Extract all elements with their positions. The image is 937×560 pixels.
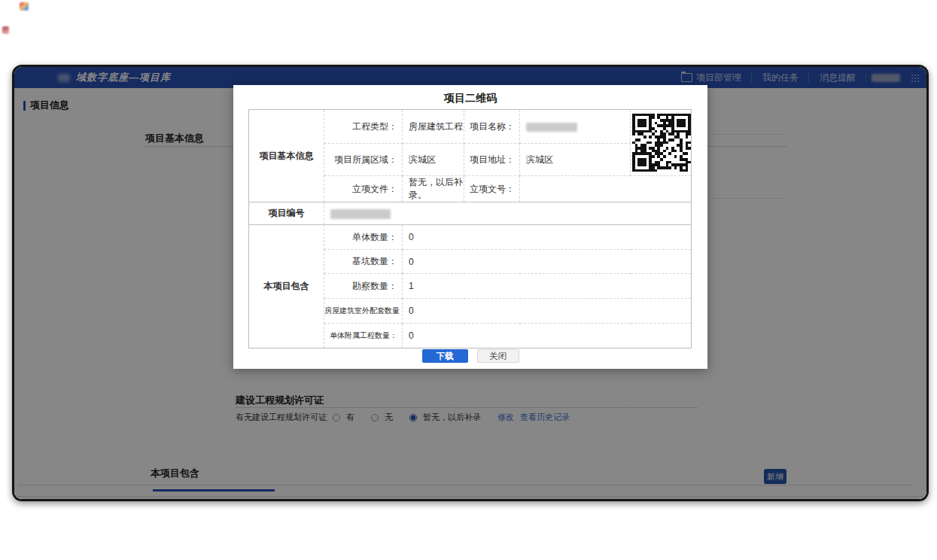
label-survey-count: 勘察数量： — [324, 274, 403, 299]
label-project-type: 工程类型： — [324, 110, 403, 144]
modal-title: 项目二维码 — [233, 85, 707, 105]
modal-footer: 下载 关闭 — [233, 349, 707, 363]
value-attached-works-count: 0 — [403, 324, 692, 348]
table-row: 本项目包含 单体数量： 0 — [249, 225, 692, 250]
view-review-comments-button[interactable]: 查看审核意见 — [378, 500, 423, 501]
value-project-address: 滨城区 — [520, 144, 631, 176]
label-attached-works-count: 单体附属工程数量： — [324, 324, 403, 348]
submit-review-button[interactable]: 修改完毕并提交审核 — [494, 500, 567, 501]
table-row: 项目基本信息 工程类型： 房屋建筑工程 项目名称： — [249, 110, 692, 144]
label-approval-doc-no: 立项文号： — [464, 176, 520, 202]
screen: 项目信息 项目基本信息 建设工程规划许可证 有无建设工程规划许可证 有 无 暂无… — [0, 0, 937, 560]
value-approval-doc: 暂无，以后补录。 — [403, 176, 464, 202]
row-header-contains: 本项目包含 — [249, 225, 324, 348]
close-page-button[interactable]: 关闭页面 — [571, 500, 609, 501]
save-draft-button[interactable]: 修改完毕并暂存 — [428, 500, 490, 501]
row-header-project-no: 项目编号 — [249, 202, 324, 225]
qr-code — [632, 114, 691, 172]
row-header-basic-info: 项目基本信息 — [249, 110, 324, 202]
label-project-region: 项目所属区域： — [324, 144, 403, 176]
screenshot-artifact-icon-2 — [2, 26, 9, 34]
screenshot-artifact-icon — [20, 2, 29, 11]
table-row: 项目编号 — [249, 202, 692, 225]
project-qr-modal: 项目二维码 项目基本信息 工程类型： 房屋建筑工程 项目名称： 项目所属区域： … — [233, 85, 707, 369]
value-project-no-redacted — [324, 202, 692, 225]
value-approval-doc-no — [520, 176, 692, 202]
value-project-region: 滨城区 — [403, 144, 464, 176]
label-project-address: 项目地址： — [464, 144, 520, 176]
label-approval-doc: 立项文件： — [324, 176, 403, 202]
qr-code-cell — [631, 110, 692, 176]
label-project-name: 项目名称： — [464, 110, 520, 144]
download-button[interactable]: 下载 — [422, 349, 468, 363]
label-outdoor-support-count: 房屋建筑室外配套数量： — [324, 299, 403, 324]
value-survey-count: 1 — [403, 274, 692, 299]
value-outdoor-support-count: 0 — [403, 299, 692, 324]
value-unit-count: 0 — [403, 225, 692, 250]
project-info-table: 项目基本信息 工程类型： 房屋建筑工程 项目名称： 项目所属区域： 滨城区 项目… — [248, 109, 692, 348]
close-button[interactable]: 关闭 — [477, 349, 519, 363]
value-project-name-redacted — [520, 110, 631, 144]
value-project-type: 房屋建筑工程 — [403, 110, 464, 144]
value-pit-count: 0 — [403, 250, 692, 274]
label-unit-count: 单体数量： — [324, 225, 403, 250]
label-pit-count: 基坑数量： — [324, 250, 403, 274]
